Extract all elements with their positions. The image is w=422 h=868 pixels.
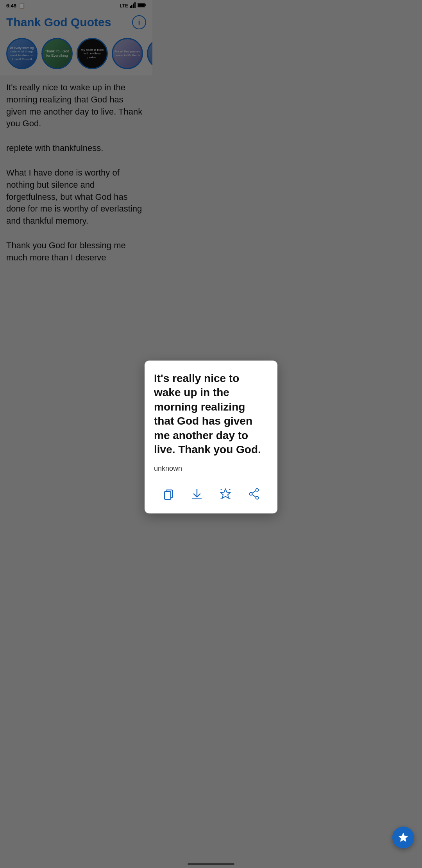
overlay-backdrop[interactable]	[0, 0, 152, 868]
quote-popup: It's really nice to wake up in the morni…	[145, 360, 152, 513]
